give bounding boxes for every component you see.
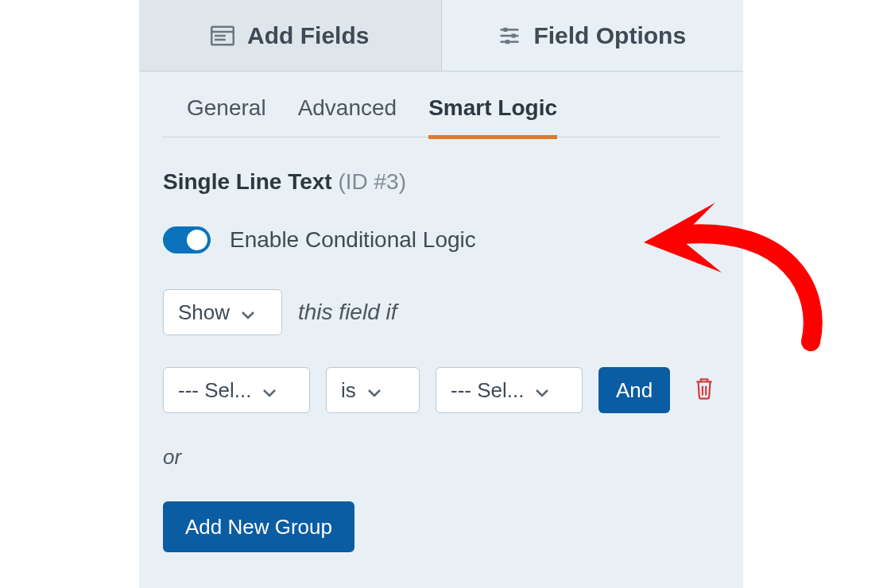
field-id: (ID #3) <box>338 169 406 194</box>
field-name: Single Line Text <box>163 169 332 194</box>
main-tabs: Add Fields Field Options <box>139 0 743 72</box>
rule-operator-value: is <box>341 378 356 403</box>
rule-value-text: --- Sel... <box>451 378 524 403</box>
add-new-group-button[interactable]: Add New Group <box>163 501 354 552</box>
tab-field-options-label: Field Options <box>533 22 686 49</box>
rule-row: --- Sel... is --- Sel... And <box>163 367 719 413</box>
chevron-down-icon <box>262 378 277 403</box>
enable-conditional-toggle[interactable] <box>163 226 211 253</box>
sliders-icon <box>498 25 521 46</box>
action-select-value: Show <box>178 300 230 325</box>
chevron-down-icon <box>535 378 549 403</box>
subtab-general[interactable]: General <box>187 95 266 137</box>
rule-field-select[interactable]: --- Sel... <box>163 367 310 413</box>
tab-add-fields-label: Add Fields <box>247 22 369 49</box>
chevron-down-icon <box>241 300 255 325</box>
enable-conditional-row: Enable Conditional Logic <box>163 226 719 253</box>
svg-rect-5 <box>504 27 508 31</box>
rule-operator-select[interactable]: is <box>326 367 420 413</box>
sub-tabs: General Advanced Smart Logic <box>163 72 719 137</box>
enable-conditional-label: Enable Conditional Logic <box>230 227 476 253</box>
action-hint: this field if <box>298 300 397 325</box>
toggle-knob <box>187 230 207 250</box>
rule-field-value: --- Sel... <box>178 378 251 403</box>
smart-logic-content: Single Line Text (ID #3) Enable Conditio… <box>139 137 743 552</box>
tab-field-options[interactable]: Field Options <box>442 0 744 71</box>
field-options-panel: Add Fields Field Options General Advance… <box>139 0 743 588</box>
form-icon <box>211 25 234 46</box>
chevron-down-icon <box>367 378 382 403</box>
tab-add-fields[interactable]: Add Fields <box>139 0 442 71</box>
rule-value-select[interactable]: --- Sel... <box>436 367 583 413</box>
action-row: Show this field if <box>163 289 719 335</box>
field-title: Single Line Text (ID #3) <box>163 169 719 195</box>
action-select[interactable]: Show <box>163 289 282 335</box>
and-button[interactable]: And <box>598 367 670 413</box>
trash-icon <box>694 377 715 400</box>
or-label: or <box>163 445 719 470</box>
subtab-advanced[interactable]: Advanced <box>298 95 397 137</box>
subtab-smart-logic[interactable]: Smart Logic <box>428 95 557 139</box>
svg-rect-9 <box>505 40 509 44</box>
delete-rule-button[interactable] <box>694 377 715 404</box>
svg-rect-7 <box>512 33 516 37</box>
